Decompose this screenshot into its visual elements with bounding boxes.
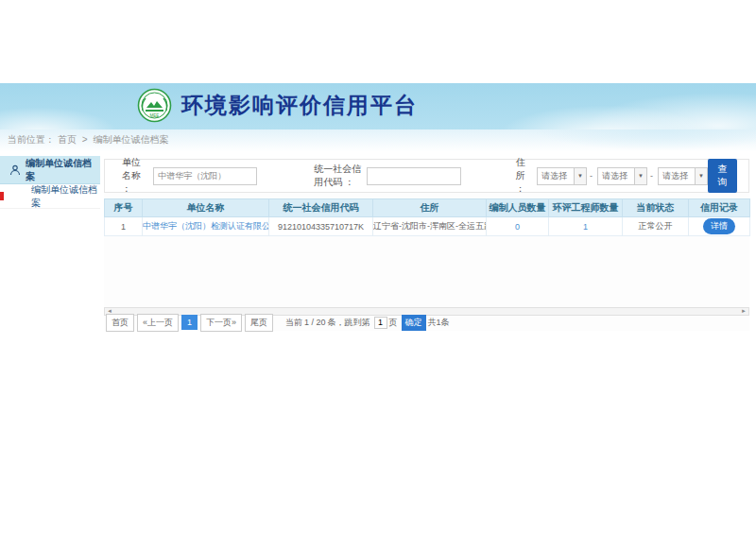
city-select[interactable]: 请选择 ▼: [597, 167, 647, 185]
province-select-value: 请选择: [538, 170, 574, 182]
table-row: 1 中谱华宇（沈阳）检测认证有限公司 91210104335710717K 辽宁…: [105, 217, 750, 236]
district-select[interactable]: 请选择 ▼: [658, 167, 708, 185]
chevron-down-icon: ▼: [634, 168, 646, 184]
unit-name-input[interactable]: [153, 167, 257, 185]
col-header-credit-record: 信用记录: [689, 199, 750, 217]
chevron-down-icon: ▼: [695, 168, 707, 184]
city-select-value: 请选择: [598, 170, 634, 182]
pagination-info: 当前 1 / 20 条，跳到第 页 确定 共1条: [285, 315, 452, 331]
col-header-engineer-count: 环评工程师数量: [549, 199, 623, 217]
breadcrumb-prefix: 当前位置：: [8, 134, 55, 145]
breadcrumb-home-link[interactable]: 首页: [58, 134, 77, 145]
col-header-staff-count: 编制人员数量: [487, 199, 549, 217]
scroll-right-icon[interactable]: ►: [739, 308, 748, 315]
cell-index: 1: [105, 217, 143, 236]
breadcrumb-current: 编制单位诚信档案: [93, 134, 168, 145]
mee-logo-icon: MEE: [137, 88, 172, 123]
first-page-button[interactable]: 首页: [106, 314, 134, 332]
col-header-index: 序号: [105, 199, 143, 217]
sidebar-item-label: 编制单位诚信档案: [26, 157, 100, 183]
pagination-page-ratio: 1 / 20: [304, 318, 326, 327]
district-select-value: 请选择: [659, 170, 695, 182]
site-brand: MEE 环境影响评价信用平台: [137, 88, 418, 123]
pagination-page-word: 页: [389, 317, 398, 329]
confirm-jump-button[interactable]: 确定: [402, 315, 426, 331]
sidebar-item-credit-archive-header[interactable]: 编制单位诚信档案: [0, 156, 100, 184]
search-form: 单位名称 ： 统一社会信用代码 ： 住所 ： 请选择 ▼ - 请选择 ▼ - 请…: [104, 159, 749, 193]
select-separator: -: [650, 171, 653, 181]
last-page-button[interactable]: 尾页: [245, 314, 273, 332]
person-icon: [9, 164, 21, 176]
prev-page-button[interactable]: «上一页: [137, 314, 179, 332]
table-header-row: 序号 单位名称 统一社会信用代码 住所 编制人员数量 环评工程师数量 当前状态 …: [105, 199, 750, 217]
col-header-unit-name: 单位名称: [143, 199, 269, 217]
breadcrumb-separator: >: [82, 134, 88, 145]
site-title: 环境影响评价信用平台: [181, 91, 418, 120]
credit-code-input[interactable]: [367, 167, 461, 185]
detail-button[interactable]: 详情: [703, 218, 735, 234]
col-header-address: 住所: [373, 199, 487, 217]
col-header-credit-code: 统一社会信用代码: [269, 199, 373, 217]
chevron-down-icon: ▼: [574, 168, 586, 184]
cell-credit-code: 91210104335710717K: [269, 217, 373, 236]
cell-staff-count-link[interactable]: 0: [515, 222, 520, 232]
page-1-button[interactable]: 1: [181, 315, 198, 330]
address-label: 住所 ：: [516, 156, 533, 196]
pagination-info-mid: 条，跳到第: [328, 317, 370, 329]
breadcrumb: 当前位置：首页 > 编制单位诚信档案: [8, 133, 171, 146]
select-separator: -: [590, 171, 593, 181]
active-item-marker: [0, 192, 4, 200]
pagination-total: 共1条: [428, 317, 450, 329]
cell-engineer-count-link[interactable]: 1: [583, 222, 588, 232]
col-header-status: 当前状态: [623, 199, 689, 217]
cell-status: 正常公开: [623, 217, 689, 236]
unit-name-label: 单位名称 ：: [122, 156, 149, 196]
cell-unit-name-link[interactable]: 中谱华宇（沈阳）检测认证有限公司: [143, 217, 269, 236]
credit-code-label: 统一社会信用代码 ：: [314, 163, 362, 189]
cell-address: 辽宁省-沈阳市-浑南区-全运五路35-1号楼902: [373, 217, 487, 236]
results-table: 序号 单位名称 统一社会信用代码 住所 编制人员数量 环评工程师数量 当前状态 …: [104, 198, 750, 236]
sidebar-item-credit-archive[interactable]: 编制单位诚信档案: [0, 184, 100, 209]
next-page-button[interactable]: 下一页»: [200, 314, 242, 332]
sidebar-item-label: 编制单位诚信档案: [31, 183, 100, 210]
sidebar: 编制单位诚信档案 编制单位诚信档案: [0, 156, 100, 209]
svg-text:MEE: MEE: [150, 113, 160, 118]
pagination-info-prefix: 当前: [285, 317, 302, 329]
province-select[interactable]: 请选择 ▼: [537, 167, 587, 185]
search-button[interactable]: 查询: [708, 159, 737, 193]
jump-page-input[interactable]: [374, 317, 387, 329]
main-content: 单位名称 ： 统一社会信用代码 ： 住所 ： 请选择 ▼ - 请选择 ▼ - 请…: [104, 159, 749, 331]
pagination: 首页 «上一页 1 下一页» 尾页 当前 1 / 20 条，跳到第 页 确定 共…: [106, 315, 749, 330]
